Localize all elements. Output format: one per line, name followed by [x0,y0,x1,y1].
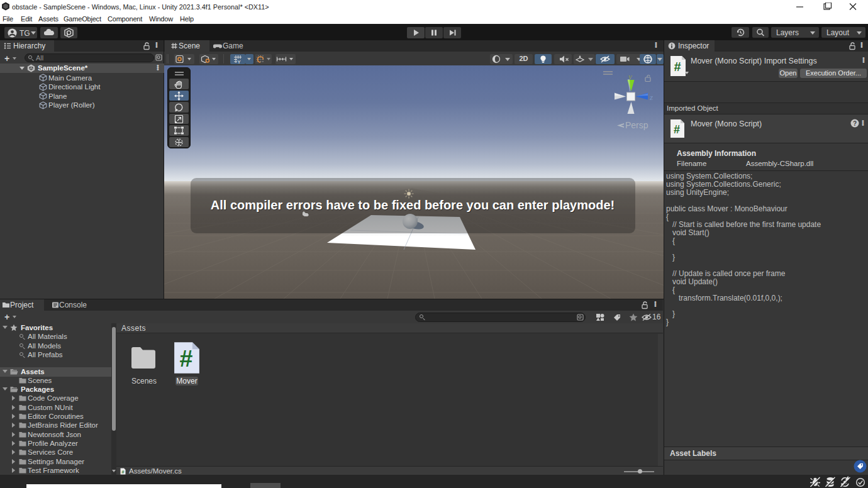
svg-text:?: ? [853,120,857,127]
svg-text:#: # [121,469,125,475]
svg-text:Persp: Persp [625,120,648,130]
svg-text:z: z [649,92,653,102]
svg-text:#: # [179,345,192,372]
svg-text:#: # [674,123,680,136]
svg-text:All compiler errors have to be: All compiler errors have to be fixed bef… [211,198,615,212]
svg-text:#: # [674,60,681,74]
svg-text:Y: Y [238,59,241,65]
